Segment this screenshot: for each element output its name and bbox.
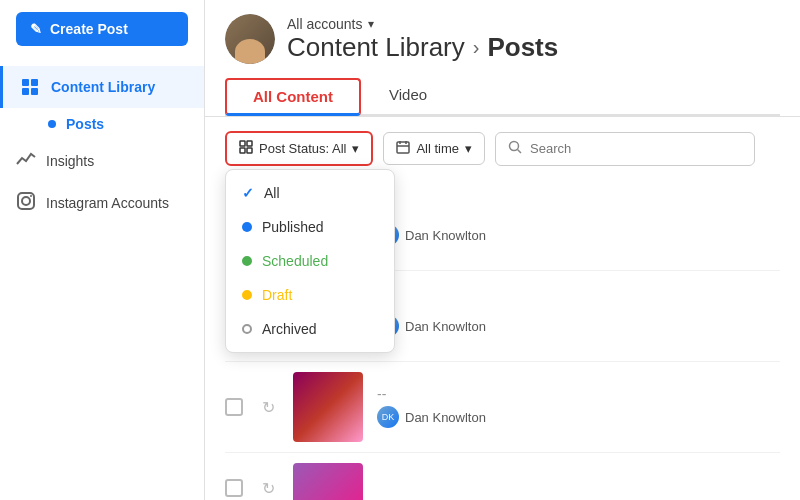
dropdown-item-archived[interactable]: Archived xyxy=(226,312,394,346)
row-author: DK Dan Knowlton xyxy=(377,406,780,428)
row-info: -- DK Dan Knowlton xyxy=(377,295,780,337)
dropdown-all-label: All xyxy=(264,185,280,201)
tab-video[interactable]: Video xyxy=(361,76,455,116)
row-thumbnail xyxy=(293,372,363,442)
svg-rect-1 xyxy=(31,79,38,86)
dropdown-published-label: Published xyxy=(262,219,324,235)
dropdown-scheduled-label: Scheduled xyxy=(262,253,328,269)
published-dot-icon xyxy=(242,222,252,232)
dropdown-archived-label: Archived xyxy=(262,321,316,337)
svg-line-16 xyxy=(518,149,522,153)
svg-point-15 xyxy=(510,141,519,150)
create-post-button[interactable]: ✎ Create Post xyxy=(16,12,188,46)
svg-rect-7 xyxy=(240,141,245,146)
dropdown-draft-label: Draft xyxy=(262,287,292,303)
row-thumbnail xyxy=(293,463,363,500)
svg-rect-9 xyxy=(240,148,245,153)
svg-point-5 xyxy=(22,197,30,205)
dropdown-item-draft[interactable]: Draft xyxy=(226,278,394,312)
draft-dot-icon xyxy=(242,290,252,300)
row-info: -- DK Dan Knowlton xyxy=(377,386,780,428)
row-dashes: -- xyxy=(377,386,780,402)
row-author: DK Dan Knowlton xyxy=(377,315,780,337)
svg-rect-10 xyxy=(247,148,252,153)
sidebar-item-content-library[interactable]: Content Library xyxy=(0,66,204,108)
sidebar-item-posts-label: Posts xyxy=(66,116,104,132)
row-info: -- DK Dan Knowlton xyxy=(377,204,780,246)
table-row: ↻ -- DK Dan Knowlton xyxy=(225,362,780,453)
insights-icon xyxy=(16,150,36,171)
time-chevron-icon: ▾ xyxy=(465,141,472,156)
svg-point-6 xyxy=(30,195,32,197)
svg-rect-11 xyxy=(397,142,409,153)
svg-rect-2 xyxy=(22,88,29,95)
filter-grid-icon xyxy=(239,140,253,157)
dropdown-item-scheduled[interactable]: Scheduled xyxy=(226,244,394,278)
account-chevron-icon: ▾ xyxy=(368,17,374,31)
svg-rect-3 xyxy=(31,88,38,95)
post-status-dropdown: ✓ All Published Scheduled Draft Archived xyxy=(225,169,395,353)
header-info: All accounts ▾ Content Library › Posts xyxy=(287,16,558,63)
sidebar-item-instagram-label: Instagram Accounts xyxy=(46,195,169,211)
instagram-icon xyxy=(16,191,36,214)
account-name: All accounts xyxy=(287,16,362,32)
post-status-filter-button[interactable]: Post Status: All ▾ xyxy=(225,131,373,166)
create-post-label: Create Post xyxy=(50,21,128,37)
dropdown-item-all[interactable]: ✓ All xyxy=(226,176,394,210)
row-checkbox[interactable] xyxy=(225,479,243,497)
toolbar: Post Status: All ▾ All time ▾ xyxy=(205,117,800,180)
avatar-image xyxy=(225,14,275,64)
page-title: Content Library › Posts xyxy=(287,32,558,63)
author-name: Dan Knowlton xyxy=(405,410,486,425)
main-content: All accounts ▾ Content Library › Posts A… xyxy=(205,0,800,500)
sidebar-item-insights[interactable]: Insights xyxy=(0,140,204,181)
sidebar: ✎ Create Post Content Library Posts Insi… xyxy=(0,0,205,500)
filter-chevron-icon: ▾ xyxy=(352,141,359,156)
search-input[interactable] xyxy=(530,141,742,156)
author-avatar: DK xyxy=(377,406,399,428)
row-dashes: -- xyxy=(377,204,780,220)
sidebar-item-content-library-label: Content Library xyxy=(51,79,155,95)
tab-video-label: Video xyxy=(389,86,427,103)
header-top: All accounts ▾ Content Library › Posts xyxy=(225,14,780,64)
sidebar-item-posts[interactable]: Posts xyxy=(0,108,204,140)
breadcrumb-separator: › xyxy=(473,36,480,59)
sidebar-item-instagram-accounts[interactable]: Instagram Accounts xyxy=(0,181,204,224)
account-avatar xyxy=(225,14,275,64)
archived-dot-icon xyxy=(242,324,252,334)
sidebar-item-insights-label: Insights xyxy=(46,153,94,169)
author-name: Dan Knowlton xyxy=(405,319,486,334)
calendar-icon xyxy=(396,140,410,157)
search-box[interactable] xyxy=(495,132,755,166)
row-checkbox[interactable] xyxy=(225,398,243,416)
tab-all-content-label: All Content xyxy=(253,88,333,105)
tabs-row: All Content Video xyxy=(225,76,780,116)
time-label: All time xyxy=(416,141,459,156)
svg-rect-8 xyxy=(247,141,252,146)
posts-dot xyxy=(48,120,56,128)
edit-icon: ✎ xyxy=(30,21,42,37)
page-title-posts: Posts xyxy=(487,32,558,63)
row-author: DK Dan Knowlton xyxy=(377,224,780,246)
author-name: Dan Knowlton xyxy=(405,228,486,243)
filter-label: Post Status: All xyxy=(259,141,346,156)
header: All accounts ▾ Content Library › Posts A… xyxy=(205,0,800,117)
breadcrumb-content-library: Content Library xyxy=(287,32,465,63)
scheduled-dot-icon xyxy=(242,256,252,266)
tab-all-content[interactable]: All Content xyxy=(225,78,361,116)
svg-rect-0 xyxy=(22,79,29,86)
row-dashes: -- xyxy=(377,295,780,311)
table-row: ↻ xyxy=(225,453,780,500)
dropdown-item-published[interactable]: Published xyxy=(226,210,394,244)
account-selector[interactable]: All accounts ▾ xyxy=(287,16,558,32)
row-refresh-icon[interactable]: ↻ xyxy=(257,477,279,499)
time-filter-button[interactable]: All time ▾ xyxy=(383,132,485,165)
check-icon: ✓ xyxy=(242,185,254,201)
search-icon xyxy=(508,140,522,158)
grid-icon xyxy=(19,76,41,98)
row-refresh-icon[interactable]: ↻ xyxy=(257,396,279,418)
